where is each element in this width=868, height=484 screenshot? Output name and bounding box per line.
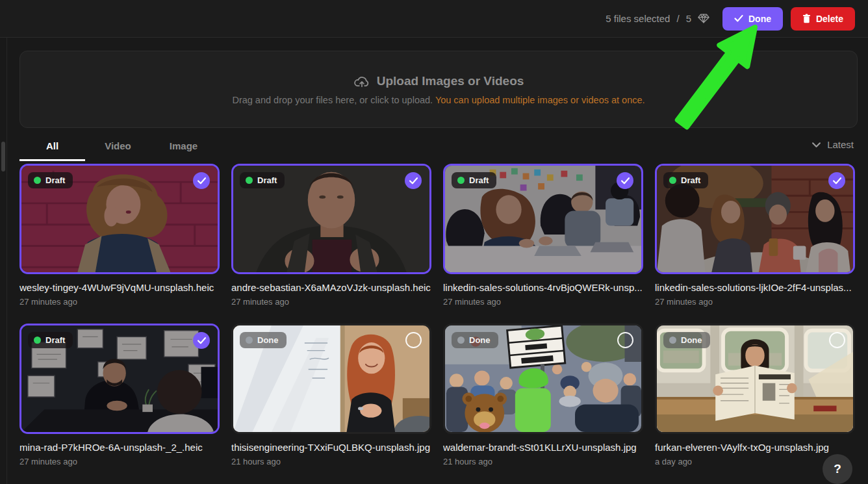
- status-badge-label: Draft: [257, 175, 277, 185]
- sort-selected-label: Latest: [827, 139, 854, 150]
- left-scrollbar-thumb[interactable]: [1, 142, 5, 172]
- gem-icon: [698, 14, 709, 23]
- file-name: furkan-elveren-VAylfx-txOg-unsplash.jpg: [655, 442, 855, 453]
- file-timestamp: 27 minutes ago: [231, 297, 431, 307]
- select-checkbox-checked[interactable]: [405, 172, 422, 189]
- media-card: Done furkan-elveren-VAylfx-txOg-unsplash…: [655, 324, 855, 466]
- thumbnail-andre-sebastian[interactable]: Draft: [231, 164, 431, 274]
- thumbnail-thisisengineering[interactable]: Done: [231, 324, 431, 434]
- file-name: waldemar-brandt-sSt01KLLrXU-unsplash.jpg: [443, 442, 643, 453]
- status-badge-label: Done: [681, 335, 702, 345]
- thumbnail-wesley-tingey[interactable]: Draft: [19, 164, 220, 274]
- file-timestamp: 27 minutes ago: [19, 297, 220, 307]
- status-badge: Done: [452, 332, 498, 348]
- media-card: Draft linkedin-sales-solutions-4rvBjoQWE…: [443, 164, 643, 307]
- status-badge-label: Draft: [45, 175, 65, 185]
- file-timestamp: 21 hours ago: [443, 457, 643, 466]
- status-badge: Draft: [28, 332, 73, 348]
- select-checkbox-checked[interactable]: [828, 172, 845, 189]
- status-badge: Draft: [452, 172, 496, 188]
- status-badge-label: Done: [257, 335, 279, 345]
- status-badge: Done: [663, 332, 710, 348]
- status-dot-draft: [457, 177, 465, 184]
- status-badge: Draft: [240, 172, 285, 188]
- status-dot-draft: [669, 177, 676, 184]
- file-timestamp: 21 hours ago: [231, 457, 431, 466]
- tab-image[interactable]: Image: [151, 134, 216, 161]
- status-badge-label: Done: [469, 335, 491, 345]
- status-dot-draft: [246, 177, 253, 184]
- media-card: Done thisisengineering-TXxiFuQLBKQ-unspl…: [231, 324, 431, 466]
- thumbnail-mina-rad[interactable]: Draft: [19, 324, 220, 434]
- status-dot-done: [457, 337, 465, 344]
- tab-video[interactable]: Video: [85, 134, 151, 161]
- check-icon: [198, 177, 206, 185]
- status-badge-label: Draft: [681, 175, 700, 185]
- check-icon: [621, 177, 630, 185]
- status-badge-label: Draft: [45, 335, 65, 345]
- media-card: Draft linkedin-sales-solutions-ljkIOe-2f…: [655, 164, 855, 307]
- status-badge: Draft: [663, 172, 708, 188]
- selection-separator: /: [676, 13, 679, 24]
- select-checkbox-unchecked[interactable]: [617, 332, 633, 348]
- thumbnail-linkedin-office[interactable]: Draft: [443, 164, 643, 274]
- status-dot-done: [669, 337, 676, 344]
- check-icon: [409, 177, 418, 185]
- selection-status: 5 files selected / 5: [606, 13, 709, 24]
- file-timestamp: 27 minutes ago: [443, 297, 643, 307]
- file-timestamp: 27 minutes ago: [19, 457, 220, 466]
- delete-button-label: Delete: [816, 14, 843, 24]
- select-checkbox-unchecked[interactable]: [829, 332, 845, 348]
- top-toolbar: 5 files selected / 5 Done Delete: [0, 0, 868, 38]
- upload-instruction: Drag and drop your files here, or click …: [232, 95, 645, 105]
- file-timestamp: 27 minutes ago: [655, 297, 855, 307]
- left-scrollbar-track: [0, 38, 7, 484]
- media-card: Done waldemar-brandt-sSt01KLLrXU-unsplas…: [443, 324, 643, 466]
- thumbnail-furkan-elveren[interactable]: Done: [655, 324, 855, 434]
- status-badge: Done: [240, 332, 287, 348]
- status-dot-draft: [34, 177, 41, 184]
- delete-button[interactable]: Delete: [791, 7, 855, 31]
- media-grid: Draft wesley-tingey-4WUwF9jVqMU-unsplash…: [19, 164, 856, 466]
- thumbnail-waldemar-brandt[interactable]: Done: [443, 324, 643, 434]
- file-name: mina-rad-P7kHROe-6A-unsplash-_2_.heic: [19, 442, 220, 453]
- cloud-upload-icon: [353, 75, 370, 88]
- tab-all[interactable]: All: [19, 134, 85, 161]
- chevron-down-icon: [812, 142, 821, 147]
- file-name: andre-sebastian-X6aMAzoVJzk-unsplash.hei…: [231, 282, 431, 293]
- selection-count-label: 5 files selected: [606, 13, 670, 24]
- check-icon: [198, 337, 206, 344]
- media-card: Draft wesley-tingey-4WUwF9jVqMU-unsplash…: [19, 164, 220, 307]
- credit-count: 5: [686, 13, 691, 24]
- select-checkbox-checked[interactable]: [193, 332, 210, 349]
- status-dot-draft: [34, 337, 41, 344]
- upload-title: Upload Images or Videos: [377, 74, 524, 88]
- trash-icon: [802, 14, 811, 23]
- check-icon: [833, 177, 841, 185]
- status-dot-done: [246, 337, 253, 344]
- sort-dropdown[interactable]: Latest: [812, 139, 854, 150]
- select-checkbox-checked[interactable]: [193, 172, 210, 189]
- done-button[interactable]: Done: [722, 7, 783, 31]
- select-checkbox-unchecked[interactable]: [405, 332, 422, 348]
- media-filter-tabs: All Video Image: [19, 134, 216, 161]
- status-badge-label: Draft: [469, 175, 489, 185]
- thumbnail-linkedin-cafe[interactable]: Draft: [655, 164, 855, 274]
- file-name: linkedin-sales-solutions-4rvBjoQWERk-uns…: [443, 282, 643, 293]
- done-button-label: Done: [748, 14, 771, 24]
- file-name: thisisengineering-TXxiFuQLBKQ-unsplash.j…: [231, 442, 431, 453]
- file-name: wesley-tingey-4WUwF9jVqMU-unsplash.heic: [19, 282, 220, 293]
- file-name: linkedin-sales-solutions-ljkIOe-2fF4-uns…: [655, 282, 855, 293]
- check-icon: [734, 15, 743, 22]
- status-badge: Draft: [28, 172, 73, 188]
- media-card: Draft mina-rad-P7kHROe-6A-unsplash-_2_.h…: [19, 324, 220, 466]
- help-button[interactable]: ?: [823, 454, 852, 484]
- select-checkbox-checked[interactable]: [617, 172, 633, 189]
- upload-instruction-highlight: You can upload multiple images or videos…: [435, 95, 645, 105]
- media-card: Draft andre-sebastian-X6aMAzoVJzk-unspla…: [231, 164, 431, 307]
- upload-dropzone[interactable]: Upload Images or Videos Drag and drop yo…: [19, 51, 858, 128]
